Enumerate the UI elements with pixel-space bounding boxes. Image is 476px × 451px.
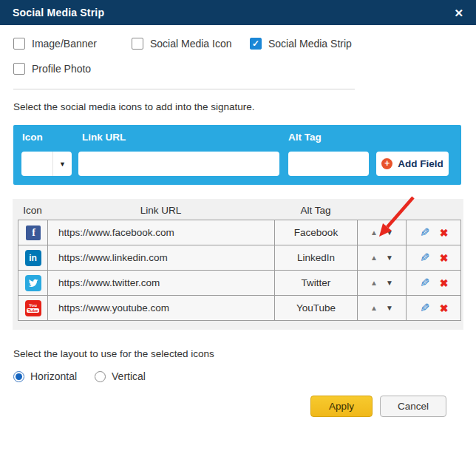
edit-icon[interactable]: ✎ [420,227,429,239]
table-row-linkedin: in https://www.linkedin.com LinkedIn ▲ ▼… [18,245,461,271]
add-field-label: Add Field [398,158,443,169]
table-cell-actions: ✎ ✖ [407,245,462,270]
icons-instruction: Select the social media icons to add int… [13,101,463,112]
checkbox-label: Social Media Strip [268,38,352,50]
alt-tag-column-label: Alt Tag [288,132,322,143]
radio-horizontal[interactable]: Horizontal [13,370,77,382]
link-url-input[interactable] [78,152,279,176]
table-cell-reorder: ▲ ▼ [358,245,407,270]
edit-icon[interactable]: ✎ [420,277,429,289]
cancel-button[interactable]: Cancel [380,396,446,417]
table-cell-alt-tag: Facebook [275,220,358,245]
youtube-icon: You Tube [25,300,41,316]
edit-icon[interactable]: ✎ [420,252,429,264]
checkbox-image-banner[interactable]: Image/Banner [13,38,132,50]
radio-label: Vertical [112,370,146,382]
table-cell-link-url: https://www.linkedin.com [48,245,275,270]
social-media-strip-dialog: Social Media Strip ✕ Image/Banner Social… [0,0,476,451]
table-cell-link-url: https://www.facebook.com [48,220,275,245]
checkbox-social-media-strip[interactable]: ✓ Social Media Strip [250,38,352,50]
youtube-icon-text-top: You [29,303,37,308]
table-cell-alt-tag: YouTube [275,296,358,320]
checkbox-box [13,63,25,75]
dialog-header: Social Media Strip ✕ [0,0,476,25]
table-cell-icon: in [18,245,48,270]
table-row-facebook: f https://www.facebook.com Facebook ▲ ▼ … [18,220,461,245]
dialog-footer: Apply Cancel [13,396,463,417]
table-header-row: Icon Link URL Alt Tag [18,201,461,220]
table-row-twitter: https://www.twitter.com Twitter ▲ ▼ ✎ ✖ [18,270,461,296]
checkbox-checked-icon: ✓ [250,38,262,50]
table-cell-reorder: ▲ ▼ [358,271,407,295]
close-icon[interactable]: ✕ [454,7,463,18]
add-icon-panel: Icon Link URL Alt Tag ▼ + Add Field [13,125,461,185]
table-cell-icon [18,271,48,295]
checkbox-label: Profile Photo [32,63,91,75]
checkbox-profile-photo[interactable]: Profile Photo [13,63,132,75]
dialog-title: Social Media Strip [13,7,104,18]
table-cell-link-url: https://www.twitter.com [48,271,275,295]
edit-icon[interactable]: ✎ [420,302,429,314]
table-cell-reorder: ▲ ▼ [358,296,407,320]
move-up-icon[interactable]: ▲ [370,254,378,262]
icons-table-container: Icon Link URL Alt Tag f https://www.face… [13,199,463,330]
move-up-icon[interactable]: ▲ [370,305,378,312]
delete-icon[interactable]: ✖ [440,278,449,288]
move-down-icon[interactable]: ▼ [386,305,393,312]
move-down-icon[interactable]: ▼ [386,229,393,237]
header-alt-tag: Alt Tag [274,205,357,216]
facebook-icon: f [26,226,41,240]
move-up-icon[interactable]: ▲ [370,279,378,287]
delete-icon[interactable]: ✖ [440,253,449,263]
radio-selected-icon [13,371,24,382]
table-cell-actions: ✎ ✖ [407,271,462,295]
table-cell-actions: ✎ ✖ [407,220,462,245]
layout-options: Horizontal Vertical [13,370,463,382]
header-link-url: Link URL [47,205,274,216]
icon-dropdown-value [21,152,52,176]
alt-tag-input[interactable] [288,152,369,176]
youtube-icon-text-bottom: Tube [27,308,40,313]
icons-table: Icon Link URL Alt Tag f https://www.face… [18,201,461,321]
move-down-icon[interactable]: ▼ [386,279,393,287]
move-down-icon[interactable]: ▼ [386,254,393,262]
checkbox-social-media-icon[interactable]: Social Media Icon [132,38,250,50]
table-cell-link-url: https://www.youtube.com [48,296,275,320]
chevron-down-icon: ▼ [52,152,72,176]
layout-instruction: Select the layout to use for the selecte… [13,348,463,359]
link-url-column-label: Link URL [82,132,126,143]
table-cell-actions: ✎ ✖ [407,296,462,320]
checkbox-box [132,38,143,50]
signature-options-row-2: Profile Photo [13,63,463,75]
header-icon: Icon [18,205,47,216]
icon-column-label: Icon [22,132,43,143]
table-cell-icon: f [18,220,48,245]
table-cell-reorder: ▲ ▼ [358,220,407,245]
table-cell-icon: You Tube [18,296,48,320]
checkbox-box [13,38,25,50]
twitter-icon [25,275,41,291]
signature-options-row-1: Image/Banner Social Media Icon ✓ Social … [13,38,463,50]
move-up-icon[interactable]: ▲ [370,229,378,237]
checkbox-label: Social Media Icon [150,38,232,50]
add-field-button[interactable]: + Add Field [376,152,449,176]
delete-icon[interactable]: ✖ [440,228,449,238]
radio-label: Horizontal [30,370,77,382]
table-cell-alt-tag: LinkedIn [275,245,358,270]
apply-button[interactable]: Apply [310,396,373,417]
table-row-youtube: You Tube https://www.youtube.com YouTube… [18,295,461,321]
linkedin-icon: in [25,250,41,266]
radio-unselected-icon [95,371,106,382]
icon-dropdown[interactable]: ▼ [21,152,72,176]
table-cell-alt-tag: Twitter [275,271,358,295]
checkbox-label: Image/Banner [32,38,97,50]
delete-icon[interactable]: ✖ [440,303,449,313]
radio-vertical[interactable]: Vertical [95,370,146,382]
plus-icon: + [381,158,392,169]
section-divider [13,89,355,89]
